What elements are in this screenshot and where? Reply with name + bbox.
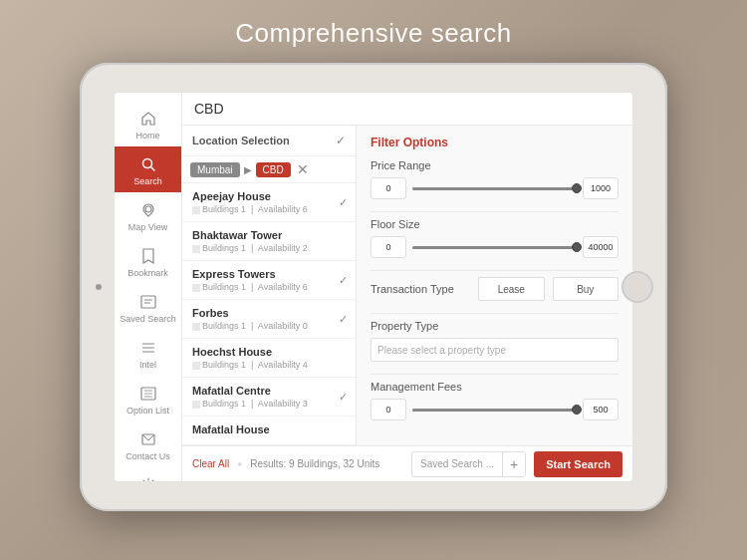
fees-max-input[interactable]: 500 — [583, 399, 619, 420]
sidebar-item-settings[interactable]: Settings — [115, 467, 181, 481]
ipad-camera — [96, 284, 102, 290]
transaction-type-label: Transaction Type — [371, 283, 470, 295]
sidebar-item-mapview[interactable]: Map View — [115, 192, 181, 238]
settings-icon — [138, 475, 158, 481]
sidebar-item-search[interactable]: Search — [115, 146, 181, 192]
price-max-input[interactable]: 1000 — [583, 177, 619, 199]
lease-button[interactable]: Lease — [478, 277, 545, 301]
filter-management-fees: Management Fees 0 500 — [371, 381, 619, 420]
property-name: Forbes — [192, 307, 346, 319]
contact-icon — [138, 429, 158, 449]
svg-rect-3 — [141, 296, 155, 308]
top-bar: CBD — [182, 93, 632, 126]
floor-slider-thumb[interactable] — [572, 242, 582, 252]
screen-title: CBD — [194, 101, 224, 117]
price-min-input[interactable]: 0 — [371, 177, 406, 199]
filter-divider-4 — [371, 374, 619, 375]
property-item-bhaktawar[interactable]: Bhaktawar Tower Buildings 1 | Availabili… — [182, 222, 356, 261]
filter-floor-size: Floor Size 0 40000 — [371, 218, 619, 258]
fees-slider-fill — [412, 409, 577, 412]
location-header: Location Selection ✓ — [182, 126, 356, 156]
filter-divider-2 — [371, 270, 619, 271]
property-check-icon: ✓ — [339, 196, 348, 209]
floor-slider-track — [412, 246, 577, 249]
map-icon — [138, 200, 158, 220]
sidebar-label-intel: Intel — [139, 360, 156, 370]
home-icon — [138, 109, 158, 129]
buildings-box — [192, 401, 200, 409]
property-item-apeejay[interactable]: Apeejay House Buildings 1 | Availability… — [182, 183, 356, 222]
buildings-box — [192, 284, 200, 292]
sidebar-item-intel[interactable]: Intel — [115, 330, 181, 376]
sidebar-item-bookmark[interactable]: Bookmark — [115, 238, 181, 284]
buildings-box — [192, 245, 200, 253]
fees-slider-thumb[interactable] — [572, 405, 582, 415]
search-icon — [138, 154, 158, 174]
location-header-label: Location Selection — [192, 135, 290, 146]
sidebar-item-contact[interactable]: Contact Us — [115, 421, 181, 467]
property-type-label: Property Type — [371, 320, 619, 332]
sidebar-label-search: Search — [133, 176, 162, 186]
ipad-screen: Home Search Map View — [115, 93, 632, 481]
floor-slider-track-wrap[interactable] — [412, 240, 577, 254]
sidebar-item-saved-search[interactable]: Saved Search — [115, 284, 181, 330]
buy-button[interactable]: Buy — [553, 277, 620, 301]
tag-close-icon[interactable]: ✕ — [297, 161, 309, 177]
property-name: Hoechst House — [192, 346, 346, 358]
footer-separator: • — [237, 456, 242, 472]
tag-mumbai[interactable]: Mumbai — [190, 162, 240, 177]
property-check-icon: ✓ — [339, 274, 348, 287]
floor-min-input[interactable]: 0 — [371, 236, 406, 258]
sidebar-label-optionlist: Option List — [126, 406, 169, 416]
floor-slider-fill — [412, 246, 577, 249]
fees-min-input[interactable]: 0 — [371, 399, 406, 420]
ipad-home-button[interactable] — [622, 271, 653, 303]
management-fees-slider-row: 0 500 — [371, 399, 619, 420]
price-range-label: Price Range — [371, 159, 619, 171]
sidebar-item-home[interactable]: Home — [115, 101, 181, 146]
property-item-forbes[interactable]: Forbes Buildings 1 | Availability 0 ✓ — [182, 300, 356, 339]
list-icon — [138, 384, 158, 404]
price-slider-track — [412, 187, 577, 190]
property-item-mafatlal-centre[interactable]: Mafatlal Centre Buildings 1 | Availabili… — [182, 378, 356, 417]
tag-row: Mumbai ▶ CBD ✕ — [182, 156, 356, 183]
sidebar-label-mapview: Map View — [128, 222, 167, 232]
footer-bar: Clear All • Results: 9 Buildings, 32 Uni… — [182, 445, 632, 481]
property-check-icon: ✓ — [339, 391, 348, 404]
property-name: Express Towers — [192, 268, 346, 280]
svg-line-1 — [150, 167, 154, 171]
price-slider-thumb[interactable] — [572, 183, 582, 193]
sidebar-label-home: Home — [135, 131, 159, 140]
start-search-button[interactable]: Start Search — [534, 451, 622, 477]
sidebar: Home Search Map View — [115, 93, 182, 481]
filter-property-type: Property Type Please select a property t… — [371, 320, 619, 362]
tag-cbd[interactable]: CBD — [256, 162, 291, 177]
right-panel: Filter Options Price Range 0 — [357, 126, 632, 445]
price-slider-track-wrap[interactable] — [412, 181, 577, 195]
property-name: Apeejay House — [192, 190, 346, 202]
clear-all-button[interactable]: Clear All — [192, 458, 229, 469]
management-fees-label: Management Fees — [371, 381, 619, 393]
property-item-hoechst[interactable]: Hoechst House Buildings 1 | Availability… — [182, 339, 356, 378]
property-item-mafatlal-house[interactable]: Mafatlal House — [182, 417, 356, 445]
property-meta: Buildings 1 | Availability 6 — [192, 204, 346, 214]
sidebar-item-option-list[interactable]: Option List — [115, 376, 181, 421]
page-header: Comprehensive search — [0, 0, 747, 63]
sidebar-label-saved: Saved Search — [120, 314, 176, 324]
saved-search-plus-button[interactable]: + — [502, 452, 525, 476]
saved-search-field[interactable]: Saved Search ... + — [411, 451, 526, 477]
property-meta: Buildings 1 | Availability 0 — [192, 321, 346, 331]
fees-slider-track-wrap[interactable] — [412, 403, 577, 417]
property-item-express[interactable]: Express Towers Buildings 1 | Availabilit… — [182, 261, 356, 300]
property-type-select[interactable]: Please select a property type — [371, 338, 619, 362]
ipad-shell: Home Search Map View — [80, 63, 667, 511]
floor-max-input[interactable]: 40000 — [583, 236, 619, 258]
buildings-box — [192, 323, 200, 331]
buildings-box — [192, 362, 200, 370]
property-list: Apeejay House Buildings 1 | Availability… — [182, 183, 356, 445]
buildings-box — [192, 206, 200, 214]
price-slider-fill — [412, 187, 577, 190]
main-content: CBD Location Selection ✓ Mumbai ▶ CBD ✕ — [182, 93, 632, 481]
page-title: Comprehensive search — [235, 18, 511, 48]
property-meta: Buildings 1 | Availability 4 — [192, 360, 346, 370]
